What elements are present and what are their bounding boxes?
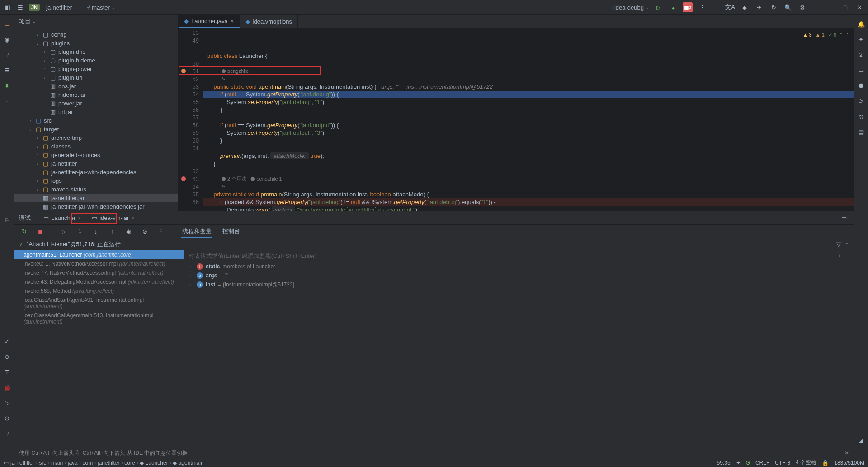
- inspection-ok[interactable]: ✓ 6: [828, 31, 836, 39]
- code-line[interactable]: }: [203, 137, 854, 144]
- code-line[interactable]: if (null == System.getProperty("janf.out…: [203, 121, 854, 129]
- eval-input[interactable]: 对表达式求值(Enter)或添加监视(Ctrl+Shift+Enter): [189, 252, 317, 260]
- add-watch-icon[interactable]: +: [838, 253, 841, 259]
- editor-tab[interactable]: ◆ Launcher.java ×: [179, 15, 240, 28]
- rerun-icon[interactable]: ↻: [19, 227, 29, 237]
- code-line[interactable]: [203, 167, 854, 175]
- stack-frame[interactable]: loadClassAndCallAgentmain:513, Instrumen…: [14, 311, 184, 326]
- threads-vars-tab[interactable]: 线程和变量: [181, 225, 212, 238]
- minimize-button[interactable]: —: [826, 2, 835, 12]
- terminal-tool-icon[interactable]: T: [3, 367, 12, 376]
- code-line[interactable]: }: [203, 106, 854, 114]
- mute-breakpoints-icon[interactable]: ⊘: [140, 227, 150, 237]
- vcs-status-icon[interactable]: ✦: [736, 460, 741, 466]
- tree-chevron-icon[interactable]: ›: [42, 76, 47, 80]
- tree-chevron-icon[interactable]: ⌄: [28, 127, 33, 132]
- breakpoint-icon[interactable]: [181, 69, 186, 73]
- code-line[interactable]: public class Launcher {: [203, 52, 854, 60]
- chevron-right-icon[interactable]: ›: [189, 273, 194, 278]
- debug-tool-icon[interactable]: 🐞: [3, 383, 12, 392]
- tree-chevron-icon[interactable]: ›: [42, 67, 47, 71]
- code-line[interactable]: private static void premain(String args,…: [203, 191, 854, 198]
- bookmarks-tool-icon[interactable]: ⚐: [3, 215, 12, 224]
- breadcrumb-icon[interactable]: ▭: [4, 460, 9, 466]
- resume-icon[interactable]: ▷: [58, 227, 68, 237]
- breadcrumb-item[interactable]: main: [51, 460, 63, 466]
- step-into-icon[interactable]: ↓: [91, 227, 101, 237]
- step-out-icon[interactable]: ↑: [107, 227, 117, 237]
- tree-item[interactable]: › ▢ ja-netfilter: [14, 159, 178, 168]
- inspection-warning[interactable]: ▲ 3: [803, 31, 812, 39]
- view-breakpoints-icon[interactable]: ◉: [123, 227, 133, 237]
- problems-tool-icon[interactable]: ⊙: [3, 352, 12, 361]
- run-button[interactable]: ▷: [654, 2, 664, 12]
- tree-chevron-icon[interactable]: ›: [35, 187, 40, 192]
- tree-chevron-icon[interactable]: ›: [35, 33, 40, 37]
- run-tool-icon[interactable]: ▷: [3, 398, 12, 407]
- plane-icon[interactable]: ✈: [754, 2, 764, 12]
- run-config-selector[interactable]: ▭ idea-deubg ⌄: [607, 4, 649, 11]
- stack-frame[interactable]: invoke0:-1, NativeMethodAccessorImpl (jd…: [14, 259, 184, 268]
- code-author-hint[interactable]: ⬢ 2 个用法 ⬢ pengzhile 1: [203, 175, 854, 183]
- close-button[interactable]: ✕: [854, 2, 864, 12]
- tree-chevron-icon[interactable]: ›: [35, 136, 40, 140]
- tree-item[interactable]: ⌄ ▢ plugins: [14, 39, 178, 48]
- close-tab-icon[interactable]: ×: [231, 18, 234, 24]
- endpoints-tool-icon[interactable]: ⬍: [3, 81, 12, 90]
- breadcrumb-item[interactable]: com: [82, 460, 93, 466]
- breadcrumb-item[interactable]: src: [39, 460, 46, 466]
- code-line[interactable]: }: [203, 160, 854, 167]
- debug-more-icon[interactable]: ⋮: [156, 227, 166, 237]
- tree-item[interactable]: ▥ power.jar: [14, 99, 178, 108]
- code-line[interactable]: [203, 144, 854, 152]
- tree-item[interactable]: › ▢ ja-netfilter-jar-with-dependencies: [14, 168, 178, 176]
- tree-item[interactable]: ▥ ja-netfilter-jar-with-dependencies.jar: [14, 202, 178, 211]
- breadcrumb-item[interactable]: core: [124, 460, 135, 466]
- profiler-tool-icon[interactable]: ◢: [857, 435, 866, 444]
- filter-icon[interactable]: ▽: [836, 241, 841, 248]
- stack-frame[interactable]: invoke:43, DelegatingMethodAccessorImpl …: [14, 277, 184, 286]
- chevron-down-icon[interactable]: ⌄: [845, 241, 849, 248]
- vcs-branch[interactable]: ⑂ master ⌄: [86, 4, 115, 11]
- tree-item[interactable]: › ▢ logs: [14, 176, 178, 185]
- coverage-tool-icon[interactable]: ▤: [857, 127, 866, 136]
- tree-item[interactable]: ⌄ ▢ target: [14, 125, 178, 133]
- stack-frame[interactable]: loadClassAndStartAgent:491, Instrumentat…: [14, 295, 184, 311]
- tree-chevron-icon[interactable]: ›: [42, 58, 47, 63]
- tree-chevron-icon[interactable]: ›: [35, 153, 40, 157]
- translate-icon[interactable]: 文A: [725, 2, 735, 12]
- breadcrumb-item[interactable]: janetfilter: [98, 460, 120, 466]
- todo-tool-icon[interactable]: ✓: [3, 337, 12, 346]
- memory-indicator[interactable]: 1835/5100M: [834, 460, 864, 466]
- code-line[interactable]: [203, 114, 854, 121]
- more-tools-icon[interactable]: ⋯: [3, 96, 12, 105]
- build-tool-icon[interactable]: ⊙: [3, 414, 12, 423]
- google-status-icon[interactable]: G: [746, 460, 750, 466]
- close-tab-icon[interactable]: ×: [131, 215, 134, 221]
- tree-item[interactable]: › ▢ plugin-power: [14, 65, 178, 73]
- main-menu-icon[interactable]: ☰: [16, 3, 24, 11]
- line-separator[interactable]: CRLF: [755, 460, 769, 466]
- inspection-weak-warning[interactable]: ▲ 1: [816, 31, 825, 39]
- code-line[interactable]: public static void agentmain(String args…: [203, 83, 854, 91]
- debug-tab[interactable]: ▭Launcher×: [40, 213, 85, 223]
- chevron-right-icon[interactable]: ›: [189, 282, 194, 287]
- stack-frame[interactable]: invoke:77, NativeMethodAccessorImpl (jdk…: [14, 268, 184, 277]
- maven-m-icon[interactable]: m: [857, 112, 866, 121]
- tree-chevron-icon[interactable]: ›: [35, 162, 40, 166]
- database-tool-icon[interactable]: ▭: [857, 66, 866, 75]
- stop-button[interactable]: ◼2: [683, 2, 693, 12]
- stack-frame[interactable]: invoke:568, Method (java.lang.reflect): [14, 286, 184, 295]
- close-hint-icon[interactable]: ✕: [844, 450, 849, 456]
- code-line[interactable]: if (loaded && System.getProperty("janf.d…: [203, 198, 854, 206]
- project-tool-icon[interactable]: ▭: [3, 19, 12, 29]
- code-line[interactable]: premain(args, inst, attachMode: true);: [203, 152, 854, 160]
- code-line[interactable]: [203, 60, 854, 67]
- tree-item[interactable]: › ▢ classes: [14, 142, 178, 151]
- breadcrumb-item[interactable]: ◆ agentmain: [173, 460, 203, 466]
- tree-item[interactable]: › ▢ config: [14, 30, 178, 39]
- debug-variable[interactable]: › p args = "": [184, 271, 854, 280]
- tree-item[interactable]: ▥ hideme.jar: [14, 91, 178, 99]
- readonly-icon[interactable]: 🔒: [822, 460, 829, 466]
- debug-tab[interactable]: ▭idea-vm-jar×: [88, 213, 138, 223]
